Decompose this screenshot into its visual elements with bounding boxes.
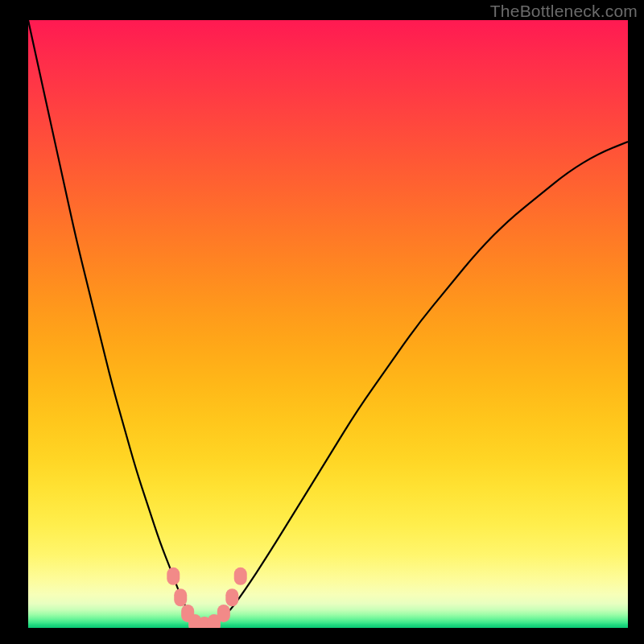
marker-right: [225, 588, 238, 606]
chart-frame: TheBottleneck.com: [0, 0, 644, 644]
marker-left: [167, 568, 180, 585]
curve-layer: [28, 20, 628, 628]
bottleneck-curve: [28, 20, 628, 626]
marker-left: [174, 588, 187, 606]
watermark-text: TheBottleneck.com: [490, 2, 638, 21]
highlight-markers: [167, 568, 246, 628]
marker-right: [217, 605, 230, 622]
plot-area: [28, 20, 628, 628]
marker-right: [234, 568, 247, 585]
